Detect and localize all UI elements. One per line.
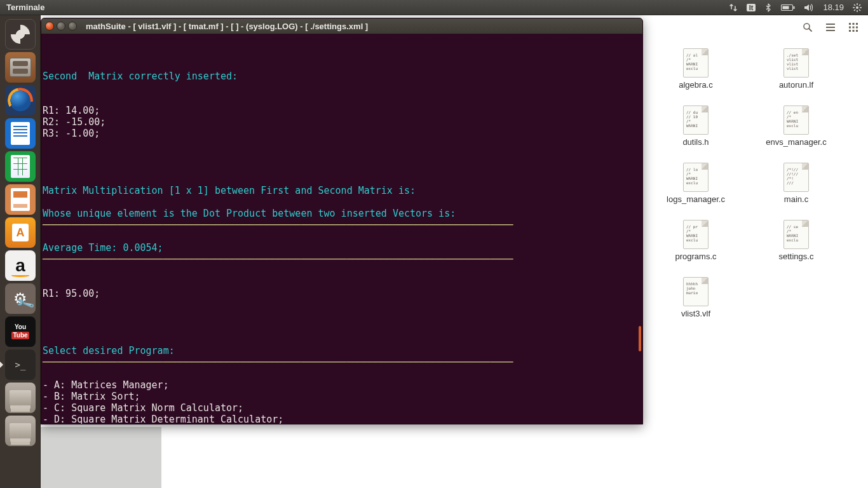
search-icon[interactable] xyxy=(798,18,817,36)
file-item[interactable]: hhhhh john mario vlist3.vlf xyxy=(646,274,746,332)
textfile-icon: /*!// //!// /*! /// xyxy=(783,163,809,192)
bluetooth-icon[interactable] xyxy=(764,3,772,12)
session-gear-icon[interactable] xyxy=(853,3,862,12)
svg-rect-2 xyxy=(783,6,789,9)
svg-rect-22 xyxy=(856,27,858,29)
textfile-icon: // lo /* WARNI exclu xyxy=(683,163,709,192)
dash-icon[interactable] xyxy=(5,19,36,50)
svg-rect-17 xyxy=(849,23,851,25)
mounted-device-1-icon[interactable] xyxy=(5,383,36,413)
writer-icon[interactable] xyxy=(5,118,36,149)
calc-icon[interactable] xyxy=(5,151,36,182)
terminal-glyph: >_ xyxy=(15,360,26,370)
term-line-progC: - C: Square Matrix Norm Calculator; xyxy=(43,402,243,414)
term-hr-3: ────────────────────────────────────────… xyxy=(43,356,513,368)
terminal-icon[interactable]: >_ xyxy=(5,349,36,380)
file-label: settings.c xyxy=(779,252,814,261)
svg-rect-24 xyxy=(853,30,855,32)
file-label: logs_manager.c xyxy=(667,194,725,204)
terminal-output[interactable]: Second Matrix correctly inserted: R1: 14… xyxy=(41,34,642,424)
battery-icon[interactable] xyxy=(781,4,795,11)
youtube-text-top: You xyxy=(15,323,26,330)
textfile-icon: hhhhh john mario xyxy=(683,277,709,306)
term-line-progA: - A: Matrices Manager; xyxy=(43,379,169,391)
window-minimize-button[interactable] xyxy=(57,22,65,30)
volume-icon[interactable] xyxy=(804,3,814,12)
svg-point-3 xyxy=(856,6,858,9)
file-label: envs_manager.c xyxy=(766,137,826,147)
term-hr-1: ────────────────────────────────────────… xyxy=(43,219,513,231)
impress-icon[interactable] xyxy=(5,184,36,215)
unity-launcher: a ⚙🔧 YouTube >_ xyxy=(0,15,41,488)
svg-rect-19 xyxy=(856,23,858,25)
file-browser-icon-grid[interactable]: // al /* WARNI exclualgebra.c./set vlist… xyxy=(646,46,868,488)
firefox-icon[interactable] xyxy=(5,85,36,116)
file-item[interactable]: // lo /* WARNI exclulogs_manager.c xyxy=(646,160,746,217)
amazon-icon[interactable]: a xyxy=(5,250,36,281)
terminal-scroll-indicator[interactable] xyxy=(639,326,641,351)
textfile-icon: // du // 10 /* WARNI xyxy=(683,105,709,135)
file-item[interactable]: /*!// //!// /*! ///main.c xyxy=(746,160,846,217)
top-panel: Terminale It 18.19 xyxy=(0,0,868,15)
svg-rect-18 xyxy=(853,23,855,25)
svg-rect-20 xyxy=(849,27,851,29)
svg-line-9 xyxy=(859,10,860,11)
view-menu-icon[interactable] xyxy=(821,18,840,36)
file-item[interactable]: // se /* WARNI exclusettings.c xyxy=(746,217,846,274)
mounted-device-2-icon[interactable] xyxy=(5,416,36,446)
terminal-titlebar[interactable]: mathSuite - [ vlist1.vlf ] - [ tmat.mf ]… xyxy=(41,18,642,34)
term-line-result: R1: 95.00; xyxy=(43,288,100,299)
term-hr-2: ────────────────────────────────────────… xyxy=(43,254,513,265)
file-item[interactable]: // pr /* WARNI excluprograms.c xyxy=(646,217,746,274)
term-line-progD: - D: Square Matrix Determinant Calculato… xyxy=(43,414,283,424)
files-icon[interactable] xyxy=(5,52,36,83)
youtube-icon[interactable]: YouTube xyxy=(5,316,36,347)
textfile-icon: // se /* WARNI exclu xyxy=(783,220,809,249)
window-close-button[interactable] xyxy=(45,22,54,30)
term-line-progB: - B: Matrix Sort; xyxy=(43,391,140,402)
textfile-icon: // en /* WARNI exclu xyxy=(783,105,809,135)
terminal-title: mathSuite - [ vlist1.vlf ] - [ tmat.mf ]… xyxy=(86,22,368,31)
terminal-window[interactable]: mathSuite - [ vlist1.vlf ] - [ tmat.mf ]… xyxy=(41,18,643,424)
svg-rect-23 xyxy=(849,30,851,32)
textfile-icon: ./set vlist vlist vlist xyxy=(783,48,809,78)
term-line-r2: R2: -15.00; xyxy=(43,116,105,128)
file-item[interactable]: // en /* WARNI excluenvs_manager.c xyxy=(746,103,846,160)
youtube-text-bottom: Tube xyxy=(11,332,29,339)
svg-rect-1 xyxy=(794,6,795,9)
clock[interactable]: 18.19 xyxy=(823,3,844,12)
active-app-menu[interactable]: Terminale xyxy=(0,3,51,12)
file-label: dutils.h xyxy=(682,137,709,147)
file-browser-toolbar xyxy=(792,15,868,39)
textfile-icon: // pr /* WARNI exclu xyxy=(683,220,709,249)
app-grid-icon[interactable] xyxy=(844,18,863,36)
svg-line-8 xyxy=(854,4,855,6)
svg-line-10 xyxy=(854,10,855,11)
svg-rect-25 xyxy=(856,30,858,32)
term-line-r3: R3: -1.00; xyxy=(43,128,100,139)
software-center-icon[interactable] xyxy=(5,217,36,248)
window-maximize-button[interactable] xyxy=(68,22,77,30)
network-icon[interactable] xyxy=(729,3,738,12)
file-item[interactable]: // du // 10 /* WARNIdutils.h xyxy=(646,103,746,160)
keyboard-layout-indicator[interactable]: It xyxy=(747,4,756,11)
svg-line-11 xyxy=(859,4,860,6)
file-item[interactable]: // al /* WARNI exclualgebra.c xyxy=(646,46,746,103)
term-line-inserted: Second Matrix correctly inserted: xyxy=(43,71,238,82)
term-line-r1: R1: 14.00; xyxy=(43,105,100,116)
term-line-select: Select desired Program: xyxy=(43,345,175,356)
term-line-avg: Average Time: 0.0054; xyxy=(43,242,163,254)
term-line-mm: Matrix Multiplication [1 x 1] between Fi… xyxy=(43,185,416,196)
file-label: autorun.lf xyxy=(779,80,813,90)
term-line-dp: Whose unique element is the Dot Product … xyxy=(43,208,456,219)
textfile-icon: // al /* WARNI exclu xyxy=(683,48,709,78)
file-item[interactable]: ./set vlist vlist vlistautorun.lf xyxy=(746,46,846,103)
file-label: programs.c xyxy=(675,252,716,261)
file-label: vlist3.vlf xyxy=(681,309,710,318)
system-settings-icon[interactable]: ⚙🔧 xyxy=(5,283,36,314)
svg-rect-21 xyxy=(853,27,855,29)
system-tray: It 18.19 xyxy=(729,3,868,12)
file-label: algebra.c xyxy=(679,80,712,90)
file-label: main.c xyxy=(784,194,808,204)
svg-line-13 xyxy=(809,29,811,31)
